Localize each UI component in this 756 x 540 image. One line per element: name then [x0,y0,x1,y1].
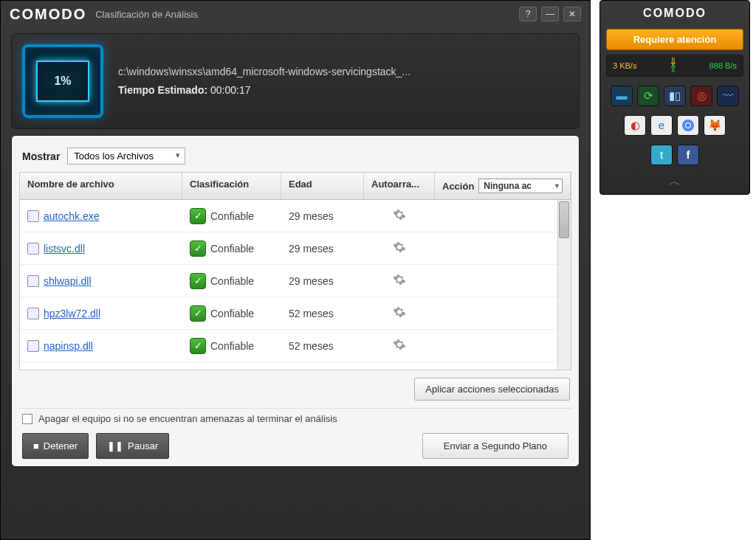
age-value: 29 meses [281,210,364,222]
minimize-button[interactable]: — [541,7,559,21]
scrollbar-thumb[interactable] [559,201,569,238]
apply-row: Aplicar acciones seleccionadas [19,370,571,408]
social-shortcuts: t f [600,140,749,170]
stop-button[interactable]: ■ Detener [22,433,89,459]
gear-icon[interactable] [393,208,406,224]
table-row[interactable]: napinsp.dll✓Confiable52 meses [20,330,571,362]
col-filename[interactable]: Nombre de archivo [20,173,182,199]
trusted-badge-icon: ✓ [190,208,206,224]
table-row[interactable]: hpz3lw72.dll✓Confiable52 meses [20,297,571,330]
progress-percent: 1% [36,60,89,102]
shortcut-2[interactable]: ⟳ [637,86,659,106]
trusted-badge-icon: ✓ [190,273,206,289]
gear-icon[interactable] [393,305,406,321]
shutdown-label: Apagar el equipo si no se encuentran ame… [38,413,337,424]
dragon-icon[interactable]: ◐ [624,115,646,136]
classification-value: Confiable [210,210,254,222]
brand-logo: COMODO [10,6,86,23]
gear-icon[interactable] [393,273,406,288]
firefox-icon[interactable]: 🦊 [704,115,726,136]
svg-point-2 [686,123,690,128]
classification-value: Confiable [210,275,254,287]
scan-window: COMODO Clasificación de Análisis ? — ✕ 1… [0,0,591,540]
stop-icon: ■ [33,440,39,451]
collapse-arrow-icon[interactable]: ︿ [600,170,749,194]
trusted-badge-icon: ✓ [190,240,206,257]
shortcut-3[interactable]: ▮▯ [664,86,686,106]
send-background-button[interactable]: Enviar a Segundo Plano [422,433,568,459]
close-button[interactable]: ✕ [563,7,581,21]
col-autorun[interactable]: Autoarra... [364,173,435,199]
pause-icon: ❚❚ [107,440,123,451]
col-age[interactable]: Edad [281,173,364,199]
trusted-badge-icon: ✓ [190,338,206,354]
progress-text: c:\windows\winsxs\amd64_microsoft-window… [118,63,410,100]
gear-icon[interactable] [393,338,406,353]
network-stats: 3 KB/s ⇓⇑ 888 B/s [606,55,743,77]
progress-panel: 1% c:\windows\winsxs\amd64_microsoft-win… [11,33,580,129]
file-icon [27,308,39,319]
shortcut-1[interactable]: ▬ [611,86,633,106]
file-link[interactable]: shlwapi.dll [44,275,92,287]
results-table: Nombre de archivo Clasificación Edad Aut… [19,172,571,370]
classification-value: Confiable [210,243,254,255]
trusted-badge-icon: ✓ [190,305,206,322]
file-link[interactable]: hpz3lw72.dll [44,308,100,319]
eta-label: Tiempo Estimado: [118,84,207,96]
gear-icon[interactable] [393,240,406,256]
shortcut-4[interactable]: ◎ [690,86,712,106]
download-speed: 3 KB/s [613,61,636,70]
table-row[interactable]: autochk.exe✓Confiable29 meses [20,200,571,232]
file-icon [27,210,39,222]
age-value: 29 meses [281,243,364,255]
ie-icon[interactable]: e [650,115,673,136]
table-row[interactable]: listsvc.dll✓Confiable29 meses [20,232,571,265]
arrows-icon: ⇓⇑ [669,58,678,73]
attention-alert[interactable]: Requiere atención [606,29,743,50]
widget-brand: COMODO [606,7,743,20]
desktop-widget: COMODO Requiere atención 3 KB/s ⇓⇑ 888 B… [599,0,750,195]
help-button[interactable]: ? [519,7,537,21]
file-icon [27,243,39,255]
age-value: 29 meses [281,275,364,287]
filter-label: Mostrar [22,150,60,162]
col-action[interactable]: Acción Ninguna ac [435,173,571,199]
filter-row: Mostrar Todos los Archivos [19,143,571,172]
shutdown-checkbox[interactable] [22,414,32,424]
monitor-icon: 1% [22,44,103,118]
age-value: 52 meses [281,308,364,319]
classification-value: Confiable [210,340,254,352]
widget-header: COMODO [600,1,749,26]
shortcut-5[interactable]: 〰 [717,86,739,106]
table-header: Nombre de archivo Clasificación Edad Aut… [20,173,571,200]
chrome-icon[interactable] [677,115,699,136]
age-value: 52 meses [281,340,364,352]
content-panel: Mostrar Todos los Archivos Nombre de arc… [11,135,580,467]
upload-speed: 888 B/s [709,61,737,70]
apply-actions-button[interactable]: Aplicar acciones seleccionadas [414,378,570,401]
title-bar: COMODO Clasificación de Análisis ? — ✕ [1,1,590,27]
col-classification[interactable]: Clasificación [182,173,281,199]
table-row[interactable]: shlwapi.dll✓Confiable29 meses [20,265,571,297]
scrollbar[interactable] [557,200,571,370]
eta-value: 00:00:17 [210,84,251,96]
window-title: Clasificación de Análisis [95,9,198,20]
classification-value: Confiable [210,308,254,319]
shutdown-row: Apagar el equipo si no se encuentran ame… [19,408,571,433]
pause-button[interactable]: ❚❚ Pausar [96,433,169,459]
file-icon [27,275,39,287]
file-link[interactable]: napinsp.dll [44,340,93,352]
file-link[interactable]: autochk.exe [44,210,100,222]
file-icon [27,340,39,352]
app-shortcuts: ▬ ⟳ ▮▯ ◎ 〰 [600,81,749,111]
filter-dropdown[interactable]: Todos los Archivos [67,148,185,165]
bottom-buttons: ■ Detener ❚❚ Pausar Enviar a Segundo Pla… [19,433,571,459]
window-controls: ? — ✕ [519,7,581,21]
file-link[interactable]: listsvc.dll [44,243,85,255]
action-dropdown[interactable]: Ninguna ac [478,179,563,193]
browser-shortcuts: ◐ e 🦊 [600,111,749,140]
twitter-icon[interactable]: t [650,145,673,165]
facebook-icon[interactable]: f [677,145,699,165]
table-body: autochk.exe✓Confiable29 meseslistsvc.dll… [20,200,571,370]
scan-path: c:\windows\winsxs\amd64_microsoft-window… [118,63,410,81]
